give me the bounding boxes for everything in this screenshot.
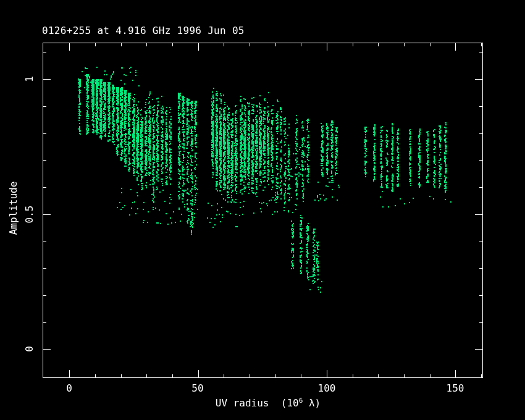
x-tick-label-50: 50 <box>191 382 203 394</box>
x-tick-label-0: 0 <box>66 382 72 394</box>
y-tick-label-0p5: 0.5 <box>23 206 35 224</box>
x-tick-label-150: 150 <box>447 382 464 394</box>
x-axis-label-prefix: UV radius (10 <box>216 397 299 409</box>
y-tick-label-0: 0 <box>23 346 35 352</box>
scatter-canvas <box>0 0 525 420</box>
y-axis-label: Amplitude <box>7 182 19 235</box>
x-axis-label: UV radius (106 λ) <box>216 397 321 409</box>
x-tick-label-100: 100 <box>318 382 336 394</box>
uv-amplitude-plot: 0126+255 at 4.916 GHz 1996 Jun 05 0 50 1… <box>0 0 525 420</box>
x-axis-label-suffix: λ) <box>303 397 321 409</box>
y-tick-label-1: 1 <box>23 76 35 82</box>
plot-title: 0126+255 at 4.916 GHz 1996 Jun 05 <box>42 25 245 36</box>
